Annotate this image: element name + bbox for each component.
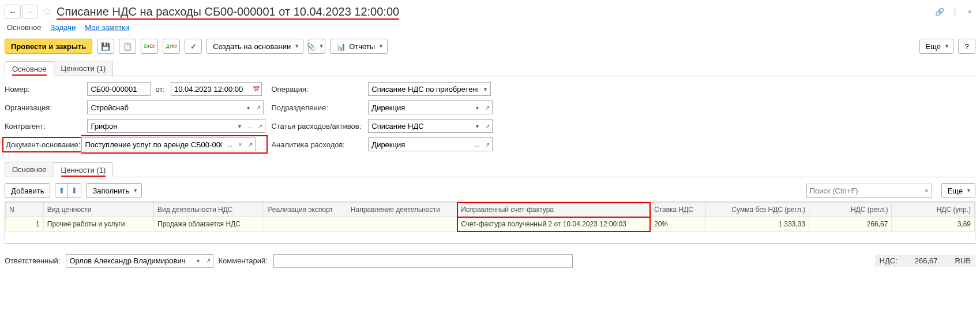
expense-item-field[interactable] (368, 119, 472, 133)
clear-search-icon[interactable]: × (922, 184, 932, 198)
col-sum-wo[interactable]: Сумма без НДС (регл.) (705, 203, 809, 217)
table-row[interactable]: 1 Прочие работы и услуги Продажа облагае… (6, 217, 975, 232)
nds-total-label: НДС: (880, 256, 898, 265)
date-field[interactable] (171, 82, 251, 96)
dt-kt-button[interactable]: DrCr (141, 39, 158, 54)
col-asset-kind[interactable]: Вид ценности (43, 203, 153, 217)
chevron-down-icon[interactable]: ▾ (234, 119, 245, 133)
chevron-down-icon[interactable]: ▾ (243, 100, 253, 114)
responsible-field[interactable] (66, 254, 193, 268)
chevron-down-icon[interactable]: ▾ (472, 100, 482, 114)
add-button[interactable]: Добавить (5, 183, 50, 198)
number-field[interactable] (87, 82, 151, 96)
link-icon[interactable]: 🔗 (934, 6, 945, 17)
ellipsis-icon[interactable]: … (245, 119, 255, 133)
more-icon[interactable]: ⋮ (949, 6, 960, 17)
fill-button[interactable]: Заполнить▼ (86, 183, 142, 198)
move-down-button[interactable]: ⬇ (68, 184, 81, 198)
check-button[interactable]: ✓ (185, 39, 202, 54)
cell-direction (347, 217, 457, 232)
open-icon[interactable]: ↗ (245, 137, 256, 151)
division-label: Подразделение: (271, 103, 362, 112)
cell-export (264, 217, 347, 232)
expense-item-label: Статья расходов/активов: (271, 122, 362, 131)
clear-icon[interactable]: × (235, 137, 245, 151)
basis-label: Документ-основание: (2, 137, 81, 152)
cell-nds-reg: 266,67 (809, 217, 891, 232)
cell-asset-kind: Прочие работы и услуги (43, 217, 153, 232)
analytics-label: Аналитика расходов: (271, 140, 362, 149)
division-field[interactable] (368, 100, 472, 114)
nds-total-value: 266,67 (915, 256, 938, 265)
ellipsis-icon[interactable]: … (472, 137, 482, 151)
basis-field[interactable] (81, 137, 224, 151)
open-icon[interactable]: ↗ (482, 119, 493, 133)
forward-button[interactable]: → (22, 5, 38, 18)
org-field[interactable] (87, 100, 243, 114)
operation-label: Операция: (271, 85, 362, 94)
section-notes[interactable]: Мои заметки (85, 23, 129, 32)
attach-button[interactable]: 📎▼ (308, 39, 325, 54)
col-activity-kind[interactable]: Вид деятельности НДС (154, 203, 264, 217)
more-button[interactable]: Еще▼ (919, 39, 953, 54)
col-nds-upr[interactable]: НДС (упр.) (892, 203, 975, 217)
open-icon[interactable]: ↗ (482, 100, 493, 114)
create-based-button[interactable]: Создать на основании▼ (206, 39, 303, 54)
help-button[interactable]: ? (958, 39, 975, 54)
col-n[interactable]: N (6, 203, 44, 217)
page-title: Списание НДС на расходы СБ00-000001 от 1… (57, 5, 929, 18)
contractor-field[interactable] (87, 119, 234, 133)
chevron-down-icon[interactable]: ▾ (193, 254, 203, 268)
section-tasks[interactable]: Задачи (51, 23, 76, 32)
open-icon[interactable]: ↗ (482, 137, 493, 151)
col-invoice[interactable]: Исправленный счет-фактура (457, 203, 651, 217)
contractor-label: Контрагент: (5, 122, 81, 131)
section-main[interactable]: Основное (7, 23, 42, 32)
cell-sum-wo: 1 333,33 (705, 217, 809, 232)
col-export[interactable]: Реализация экспорт (264, 203, 347, 217)
col-nds-reg[interactable]: НДС (регл.) (809, 203, 891, 217)
chevron-down-icon[interactable]: ▾ (480, 82, 491, 96)
col-rate[interactable]: Ставка НДС (650, 203, 705, 217)
close-icon[interactable]: × (964, 6, 975, 17)
analytics-field[interactable] (368, 137, 472, 151)
post-and-close-button[interactable]: Провести и закрыть (5, 39, 92, 54)
chevron-down-icon[interactable]: ▾ (472, 119, 482, 133)
org-label: Организация: (5, 103, 81, 112)
comment-field[interactable] (273, 254, 573, 268)
open-icon[interactable]: ↗ (255, 119, 265, 133)
nds-currency: RUB (955, 256, 971, 265)
open-icon[interactable]: ↗ (253, 100, 264, 114)
search-input[interactable] (806, 184, 922, 198)
reports-button[interactable]: 📊 Отчеты▼ (330, 39, 388, 54)
col-direction[interactable]: Направление деятельности (347, 203, 457, 217)
favorite-star-icon[interactable]: ☆ (43, 5, 52, 18)
cell-n: 1 (6, 217, 44, 232)
ellipsis-icon[interactable]: … (224, 137, 235, 151)
tab-values-2[interactable]: Ценности (1) (54, 162, 114, 177)
dt-kt-alt-button[interactable]: ДтКт (163, 39, 180, 54)
cell-invoice: Счет-фактура полученный 2 от 10.04.2023 … (457, 217, 651, 232)
number-label: Номер: (5, 85, 81, 94)
table-more-button[interactable]: Еще▼ (941, 183, 975, 198)
calendar-icon[interactable]: 📅 (251, 82, 262, 96)
tab-main-2[interactable]: Основное (5, 162, 54, 177)
from-label: от: (155, 85, 166, 94)
post-button[interactable]: 📋 (119, 39, 136, 54)
cell-rate: 20% (650, 217, 705, 232)
open-icon[interactable]: ↗ (203, 254, 213, 268)
responsible-label: Ответственный: (5, 256, 61, 265)
tab-main-1[interactable]: Основное (5, 61, 54, 76)
operation-field[interactable] (368, 82, 480, 96)
comment-label: Комментарий: (218, 256, 269, 265)
back-button[interactable]: ← (5, 5, 21, 18)
cell-activity-kind: Продажа облагается НДС (154, 217, 264, 232)
cell-nds-upr: 3,69 (892, 217, 975, 232)
tab-values-1[interactable]: Ценности (1) (54, 61, 114, 76)
move-up-button[interactable]: ⬆ (55, 184, 68, 198)
save-button[interactable]: 💾 (97, 39, 114, 54)
